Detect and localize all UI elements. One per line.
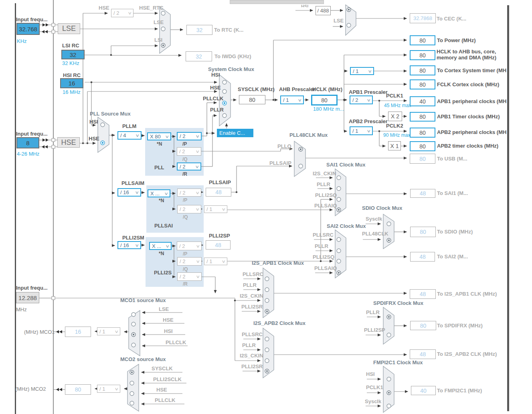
- plli2sn-dropdown[interactable]: X ...: [149, 242, 172, 250]
- cec-clock-value[interactable]: 32.7868: [410, 13, 436, 23]
- pllm-dropdown[interactable]: / 4: [117, 131, 142, 140]
- mco2-value[interactable]: 80: [65, 384, 91, 395]
- mco1-value[interactable]: 16: [65, 327, 91, 337]
- lsi-rc-value: 32: [61, 50, 85, 59]
- iwdg-clock-value[interactable]: 32: [186, 51, 212, 61]
- apb2-prescaler-label: APB2 Prescaler: [349, 118, 388, 124]
- i2s-apb1-clock-mux[interactable]: [263, 268, 274, 318]
- cec-clock-mux[interactable]: [346, 5, 356, 35]
- pllr-value: / 2: [180, 164, 185, 170]
- hse-oscillator-box[interactable]: HSE: [57, 137, 80, 148]
- ahb-prescaler-dropdown[interactable]: / 1: [280, 95, 304, 104]
- mco1-source-mux[interactable]: [129, 310, 140, 356]
- i2s-apb2-clock-mux[interactable]: [263, 328, 274, 378]
- pllsaim-dropdown[interactable]: / 16: [117, 188, 141, 197]
- pllq-dropdown[interactable]: / 2: [177, 147, 201, 156]
- rtc-clock-mux[interactable]: [160, 6, 170, 53]
- plli2sr-value: / 2: [180, 274, 185, 280]
- spdifrx-clock-value[interactable]: 80: [410, 321, 436, 330]
- to-rtc-label: To RTC (K...: [214, 27, 243, 33]
- pllsaip-out-value[interactable]: 48: [206, 188, 231, 197]
- plli2sq-div-label: /Q: [183, 266, 188, 272]
- plli2sp-out-value[interactable]: 48: [206, 240, 231, 250]
- plli2sq-dropdown[interactable]: / 2: [177, 257, 202, 266]
- rtc-hse-divider-dropdown[interactable]: / 2: [111, 9, 134, 17]
- cec-hsi-label: HSI: [301, 4, 308, 7]
- spdifrx-clock-mux[interactable]: [383, 307, 394, 344]
- ahb-prescaler-value: / 1: [283, 97, 289, 103]
- plli2sm-dropdown[interactable]: / 16: [117, 241, 141, 249]
- plli2sr-dropdown[interactable]: / 2: [177, 272, 202, 281]
- apb1-timer-label: APB1 Timer clocks (MHz): [437, 114, 500, 120]
- sai2-clock-mux-title: SAI2 Clock Mux: [327, 223, 366, 229]
- pllsaiq-dropdown[interactable]: / 2: [177, 205, 201, 213]
- rtc-clock-value[interactable]: 32: [186, 25, 212, 35]
- vertical-scrollbar[interactable]: [507, 5, 509, 411]
- pllsaiq-postdiv-dropdown[interactable]: / 1: [204, 205, 227, 213]
- sai2-clock-value[interactable]: 48: [410, 252, 435, 262]
- usb-clock-value[interactable]: 80: [410, 154, 435, 164]
- enable-css-button[interactable]: Enable C...: [217, 129, 253, 137]
- plli2sp-dropdown[interactable]: / 2: [177, 242, 202, 250]
- apb1-timer-value[interactable]: 80: [410, 112, 435, 122]
- sai1-clock-value[interactable]: 48: [410, 189, 435, 198]
- pllsain-dropdown[interactable]: X ...: [148, 189, 170, 197]
- fmpi2c1-clock-mux[interactable]: [383, 366, 394, 412]
- mco1-divider-dropdown[interactable]: / 1: [97, 327, 120, 335]
- i2s1-i2s-ckin-label: I2S_CKIN: [240, 293, 263, 299]
- sysclk-value[interactable]: 80: [239, 95, 265, 104]
- fclk-value[interactable]: 80: [410, 79, 435, 89]
- apb1-prescaler-label: APB1 Prescaler: [349, 89, 388, 95]
- pllsaiq-postdiv-value: / 1: [206, 206, 212, 212]
- cortex-timer-value[interactable]: 80: [410, 65, 435, 75]
- i2s-apb2-clock-value[interactable]: 48: [410, 349, 436, 359]
- power-clock-value[interactable]: 80: [410, 35, 435, 45]
- hclk-value[interactable]: 80: [311, 95, 338, 106]
- mco2-plli2sclk-label: PLLI2SCLK: [153, 376, 182, 382]
- mco2-sysclk-label: SYSCLK: [152, 365, 173, 371]
- sai2-plli2sq-label: PLLI2SQ: [313, 254, 334, 260]
- mco2-divider-dropdown[interactable]: / 1: [97, 385, 120, 393]
- pllp-dropdown[interactable]: / 2: [177, 132, 202, 140]
- input-freq2-field[interactable]: 8: [16, 137, 39, 148]
- to-i2s-apb2-label: To I2S_APB2 CLK (MHz): [437, 351, 497, 357]
- plli2sq-postdiv-dropdown[interactable]: / 1: [204, 258, 227, 265]
- cortex-prescaler-dropdown[interactable]: / 1: [350, 67, 374, 75]
- hclk-ahb-value[interactable]: 80: [410, 50, 435, 60]
- pllr-dropdown[interactable]: / 2: [177, 162, 201, 170]
- lsi-rc-label: LSI RC: [62, 43, 79, 49]
- pllsaip-dropdown[interactable]: / 2: [177, 189, 201, 197]
- pin-markers: [42, 23, 62, 391]
- sai1-plli2sq-label: PLLI2SQ: [315, 192, 337, 198]
- to-spdifrx-label: To SPDIFRX (MHz): [437, 323, 483, 329]
- ahb-prescaler-label: AHB Prescaler: [279, 86, 315, 92]
- i2s-apb2-mux-title: I2S_APB2 Clock Mux: [253, 320, 305, 326]
- apb1-mult-box: X 2: [388, 112, 402, 121]
- plli2sn-value: X ...: [152, 243, 161, 249]
- plln-dropdown[interactable]: X 80: [147, 132, 171, 140]
- i2s2-i2s-ckin-label: I2S_CKIN: [240, 353, 263, 359]
- sdio-sysclk-label: Sysclk: [366, 216, 382, 222]
- i2s-apb1-clock-value[interactable]: 48: [410, 289, 436, 299]
- pll-source-mux[interactable]: [98, 117, 109, 152]
- apb2-timer-value[interactable]: 80: [410, 141, 435, 151]
- lse-oscillator-box[interactable]: LSE: [58, 23, 80, 34]
- sdio-clock-value[interactable]: 80: [410, 227, 436, 237]
- hclk-ahb-label-line1: HCLK to AHB bus, core,: [437, 49, 496, 55]
- fmpi2c1-clock-value[interactable]: 40: [411, 386, 436, 395]
- apb1-prescaler-dropdown[interactable]: / 2: [350, 95, 373, 104]
- apb2-prescaler-dropdown[interactable]: / 1: [350, 126, 373, 135]
- mco2-source-mux[interactable]: [127, 364, 139, 411]
- apb1-periph-value[interactable]: 40: [410, 96, 435, 106]
- pll48-pllsaip-label: PLLSAIP: [269, 160, 291, 166]
- top-toolbar-fragment: [230, 0, 324, 4]
- apb2-periph-value[interactable]: 80: [410, 128, 435, 138]
- cec-divider-box[interactable]: / 488: [316, 6, 331, 15]
- sdio-clock-mux-title: SDIO Clock Mux: [362, 205, 402, 211]
- mco2-pllclk-label: PLLCLK: [155, 397, 175, 403]
- input-freq1-field[interactable]: 32.768: [16, 23, 40, 35]
- input-freq3-field[interactable]: 12.288: [16, 292, 39, 303]
- pllsaip-out-label: PLLSAIP: [209, 179, 231, 185]
- input-freq3-unit: MHz: [16, 306, 27, 313]
- pll48clk-mux[interactable]: [294, 141, 305, 177]
